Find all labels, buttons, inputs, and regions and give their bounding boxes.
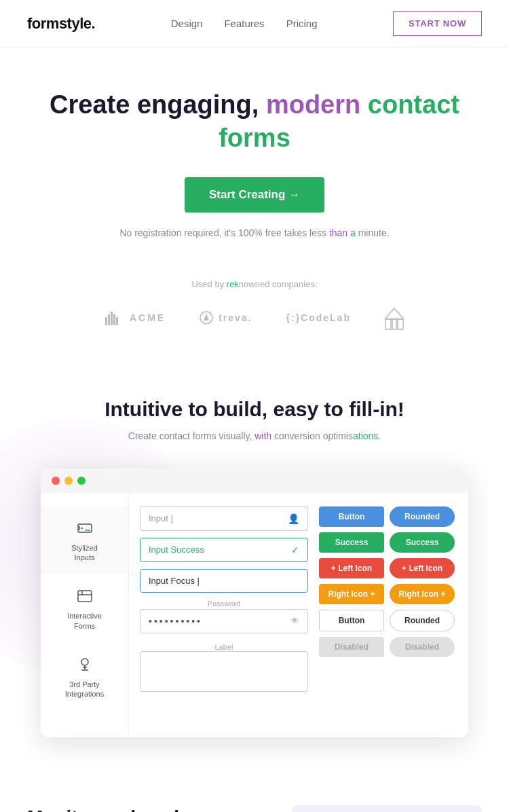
mock-btn-disabled-rounded: Disabled (390, 637, 455, 657)
mock-btn-rounded[interactable]: Rounded (390, 506, 455, 527)
mock-textarea[interactable] (140, 651, 308, 692)
app-window-mockup: StylizedInputs InteractiveForms (41, 468, 468, 737)
features-sub-2: conversion optimis (271, 430, 353, 441)
atreva-icon (200, 311, 213, 325)
hero-subtext: No registration required, it's 100% free… (41, 227, 468, 238)
nav-item-pricing[interactable]: Pricing (286, 18, 318, 30)
nav-item-features[interactable]: Features (224, 18, 264, 30)
monitor-title-1: Monitor and analyze (27, 807, 210, 812)
textarea-label: Label (140, 643, 308, 651)
window-body: StylizedInputs InteractiveForms (41, 493, 468, 737)
mock-btn-success-rounded[interactable]: Success (390, 532, 455, 553)
logo-arch (385, 306, 404, 330)
features-title: Intuitive to build, easy to fill-in! (27, 398, 482, 421)
user-icon: 👤 (288, 513, 299, 524)
logos-label: Used by reknowned companies: (27, 279, 482, 289)
svg-point-13 (81, 659, 88, 665)
interactive-forms-label: InteractiveForms (67, 611, 102, 631)
logo-codelab: {:}CodeLab (286, 312, 351, 323)
svg-rect-0 (105, 317, 107, 325)
mock-btn-right-icon[interactable]: Right Icon + (319, 584, 384, 604)
buttons-preview: Button Rounded Success Success + Left Ic… (319, 506, 455, 724)
mock-btn-disabled: Disabled (319, 637, 384, 657)
mock-input-focus-text: Input Focus | (149, 576, 200, 586)
btn-row-2: Success Success (319, 532, 455, 553)
mock-btn-right-icon-rounded[interactable]: Right Icon + (390, 584, 455, 604)
svg-rect-8 (398, 319, 403, 329)
eye-icon[interactable]: 👁 (290, 616, 299, 626)
logos-section: Used by reknowned companies: ACME treva.… (0, 265, 509, 364)
hero-title-modern: modern (266, 90, 360, 119)
window-close-dot[interactable] (52, 477, 60, 485)
monitor-title: Monitor and analyze user feedback from a… (27, 805, 271, 812)
features-sub-1: Create contact forms visually, (128, 430, 254, 441)
logos-label-rek: rek (227, 279, 239, 289)
sidebar-item-3rd-party[interactable]: 3rd PartyIntegrations (41, 643, 128, 712)
mock-btn-outline[interactable]: Button (319, 610, 384, 631)
monitor-text: Monitor and analyze user feedback from a… (27, 805, 271, 812)
logo: formstyle. (27, 15, 95, 33)
svg-rect-3 (113, 314, 115, 325)
hero-section: Create engaging, modern contact forms St… (0, 48, 509, 265)
start-creating-button[interactable]: Start Creating → (185, 177, 324, 213)
mock-btn-left-icon-rounded[interactable]: + Left Icon (390, 558, 455, 578)
window-sidebar: StylizedInputs InteractiveForms (41, 493, 129, 737)
hero-title: Create engaging, modern contact forms (41, 88, 468, 155)
navbar: formstyle. Design Features Pricing START… (0, 0, 509, 48)
svg-rect-10 (78, 591, 92, 602)
stylized-inputs-icon (75, 519, 94, 538)
features-sub-3: . (378, 430, 381, 441)
atreva-label: treva. (219, 312, 252, 323)
svg-rect-1 (108, 314, 110, 325)
mock-btn-left-icon[interactable]: + Left Icon (319, 558, 384, 578)
window-titlebar (41, 468, 468, 493)
svg-rect-4 (116, 317, 118, 325)
mock-input-plain[interactable]: Input | 👤 (140, 506, 308, 531)
hero-sub-1: No registration required, it's 100% free… (119, 227, 329, 238)
sidebar-item-stylized-inputs[interactable]: StylizedInputs (41, 506, 128, 575)
window-maximize-dot[interactable] (77, 477, 86, 485)
svg-rect-2 (111, 312, 113, 325)
logo-acme: ACME (105, 310, 166, 325)
btn-row-5: Button Rounded (319, 610, 455, 631)
check-icon: ✓ (291, 545, 299, 555)
hero-sub-a: a (347, 227, 356, 238)
window-minimize-dot[interactable] (64, 477, 73, 485)
mock-password-input[interactable]: •••••••••• 👁 (140, 609, 308, 633)
mock-btn-success[interactable]: Success (319, 532, 384, 553)
password-group: Password •••••••••• 👁 (140, 599, 308, 633)
map-svg (292, 805, 482, 812)
window-content: Input | 👤 Input Success ✓ Input Focus | … (129, 493, 468, 737)
features-sub-ations: ations (353, 430, 378, 441)
mock-input-success-text: Input Success (149, 545, 204, 555)
mock-input-success[interactable]: Input Success ✓ (140, 538, 308, 562)
inputs-preview: Input | 👤 Input Success ✓ Input Focus | … (140, 506, 308, 724)
arch-icon (385, 306, 404, 330)
nav-item-design[interactable]: Design (171, 18, 203, 30)
acme-label: ACME (130, 312, 166, 323)
interactive-forms-icon (75, 587, 94, 606)
btn-row-1: Button Rounded (319, 506, 455, 527)
start-now-button[interactable]: START NOW (393, 11, 482, 36)
svg-rect-7 (392, 319, 396, 329)
stylized-inputs-label: StylizedInputs (71, 543, 98, 563)
svg-rect-14 (292, 805, 482, 812)
features-sub-with: with (254, 430, 271, 441)
svg-rect-9 (78, 524, 92, 532)
map-visualization (292, 805, 482, 812)
sidebar-item-interactive-forms[interactable]: InteractiveForms (41, 574, 128, 643)
btn-row-4: Right Icon + Right Icon + (319, 584, 455, 604)
hero-sub-than: than (329, 227, 347, 238)
3rd-party-label: 3rd PartyIntegrations (65, 680, 104, 699)
mock-btn-outline-rounded[interactable]: Rounded (390, 610, 455, 631)
mock-btn-button[interactable]: Button (319, 506, 384, 527)
3rd-party-icon (75, 655, 94, 674)
btn-row-3: + Left Icon + Left Icon (319, 558, 455, 578)
logos-row: ACME treva. {:}CodeLab (27, 306, 482, 330)
password-dots: •••••••••• (149, 616, 202, 627)
monitor-section: Monitor and analyze user feedback from a… (0, 778, 509, 812)
nav-links: Design Features Pricing (171, 18, 318, 30)
mock-input-focus[interactable]: Input Focus | (140, 569, 308, 593)
features-section: Intuitive to build, easy to fill-in! Cre… (0, 364, 509, 778)
hero-sub-2: minute. (356, 227, 390, 238)
